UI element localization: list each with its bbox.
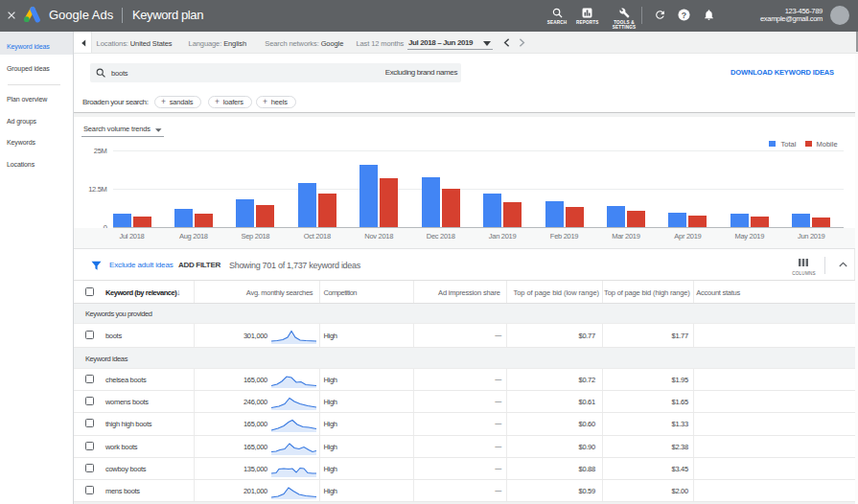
svg-text:?: ? (682, 11, 686, 20)
